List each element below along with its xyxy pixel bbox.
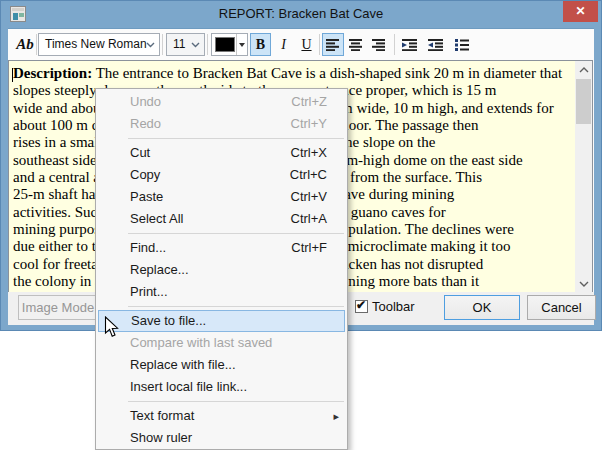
toolbar-checkbox-group[interactable]: ✔ Toolbar (355, 299, 415, 314)
align-left-button[interactable] (322, 33, 344, 56)
toolbar-separator (319, 34, 320, 55)
scrollbar-thumb[interactable] (576, 79, 591, 124)
menu-item-replace-with-file[interactable]: Replace with file... (96, 354, 347, 376)
indent-decrease-icon (428, 39, 444, 51)
dropdown-arrow-icon (239, 43, 245, 47)
font-family-value: Times New Roman (45, 34, 147, 55)
menu-item-save-to-file[interactable]: Save to file... (98, 310, 345, 332)
vertical-scrollbar[interactable] (575, 61, 592, 292)
align-right-button[interactable] (368, 33, 390, 56)
menu-item-cut[interactable]: CutCtrl+X (96, 142, 347, 164)
menu-item-copy[interactable]: CopyCtrl+C (96, 164, 347, 186)
chevron-up-icon (579, 67, 589, 73)
toolbar-separator (162, 34, 163, 55)
menu-separator (96, 303, 347, 310)
menu-item-text-format[interactable]: Text format▸ (96, 405, 347, 427)
menu-item-paste[interactable]: PasteCtrl+V (96, 186, 347, 208)
color-dropdown[interactable] (236, 34, 247, 55)
bold-button[interactable]: B (250, 33, 271, 56)
toolbar-separator (394, 34, 395, 55)
font-size-select[interactable]: 11 (166, 33, 205, 56)
chevron-down-icon (191, 42, 200, 48)
menu-item-select-all[interactable]: Select AllCtrl+A (96, 208, 347, 230)
menu-item-show-ruler[interactable]: Show ruler (96, 427, 347, 449)
context-menu: UndoCtrl+ZRedoCtrl+YCutCtrl+XCopyCtrl+CP… (95, 88, 348, 450)
align-center-button[interactable] (345, 33, 367, 56)
image-mode-button: Image Mode (18, 295, 98, 320)
scroll-down-button[interactable] (575, 275, 592, 292)
window-title: REPORT: Bracken Bat Cave (0, 0, 602, 27)
toolbar-checkbox-label: Toolbar (372, 299, 415, 314)
app-icon (10, 6, 26, 22)
menu-item-print[interactable]: Print... (96, 281, 347, 303)
menu-separator (96, 230, 347, 237)
titlebar[interactable]: REPORT: Bracken Bat Cave ✕ (0, 0, 602, 28)
menu-item-redo: RedoCtrl+Y (96, 113, 347, 135)
menu-item-compare-with-last-saved: Compare with last saved (96, 332, 347, 354)
underline-button[interactable]: U (296, 33, 317, 56)
menu-item-insert-local-file-link[interactable]: Insert local file link... (96, 376, 347, 398)
close-button[interactable]: ✕ (563, 1, 598, 22)
indent-increase-icon (402, 39, 418, 51)
bullet-list-button[interactable] (450, 33, 473, 56)
indent-decrease-button[interactable] (424, 33, 448, 56)
italic-button[interactable]: I (273, 33, 294, 56)
chevron-down-icon (579, 281, 589, 287)
menu-separator (96, 398, 347, 405)
menu-item-replace[interactable]: Replace... (96, 259, 347, 281)
toolbar-checkbox[interactable]: ✔ (355, 300, 368, 313)
cancel-button[interactable]: Cancel (527, 295, 596, 320)
align-left-icon (326, 39, 340, 51)
font-size-value: 11 (173, 34, 185, 55)
toolbar-separator (207, 34, 208, 55)
text-line: Description: The entrance to Bracken Bat… (13, 65, 570, 82)
menu-item-undo: UndoCtrl+Z (96, 91, 347, 113)
color-swatch (215, 37, 235, 52)
format-toolbar: Ab Times New Roman 11 B I U (8, 29, 594, 60)
chevron-down-icon (146, 42, 155, 48)
indent-increase-button[interactable] (398, 33, 422, 56)
align-center-icon (349, 39, 363, 51)
close-icon: ✕ (575, 4, 585, 18)
menu-item-find[interactable]: Find...Ctrl+F (96, 237, 347, 259)
font-style-button[interactable]: Ab (12, 33, 38, 56)
scroll-up-button[interactable] (575, 61, 592, 78)
context-menu-items: UndoCtrl+ZRedoCtrl+YCutCtrl+XCopyCtrl+CP… (96, 91, 347, 449)
bullet-list-icon (455, 39, 469, 51)
checkmark-icon: ✔ (356, 298, 366, 312)
ok-button[interactable]: OK (444, 295, 520, 320)
align-right-icon (372, 39, 386, 51)
toolbar-separator (36, 34, 37, 55)
font-family-select[interactable]: Times New Roman (38, 33, 160, 56)
mouse-cursor-icon (104, 316, 119, 338)
submenu-arrow-icon: ▸ (333, 405, 339, 427)
menu-separator (96, 135, 347, 142)
font-color-button[interactable] (211, 33, 248, 56)
